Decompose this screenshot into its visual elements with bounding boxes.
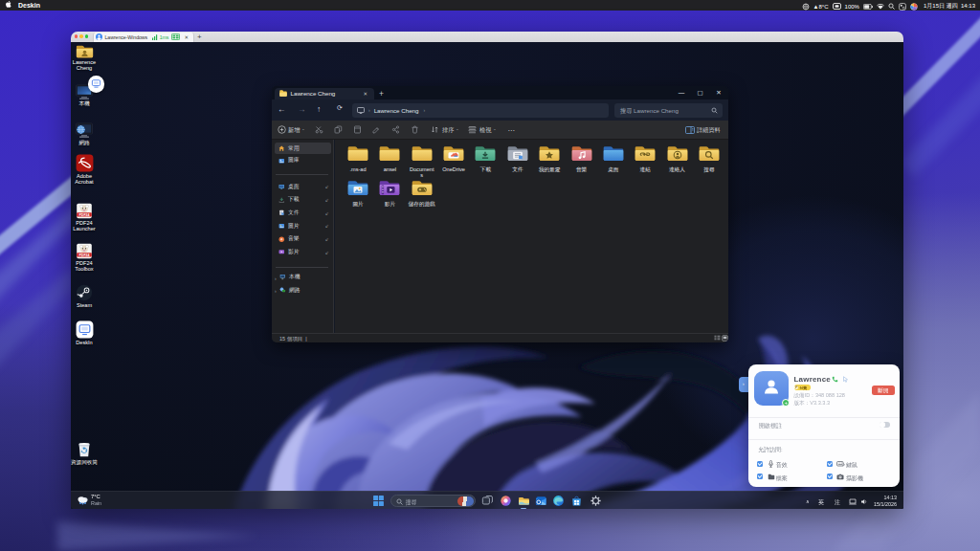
svg-text:PDF24: PDF24	[78, 213, 89, 217]
svg-text:PDF24: PDF24	[78, 253, 89, 257]
